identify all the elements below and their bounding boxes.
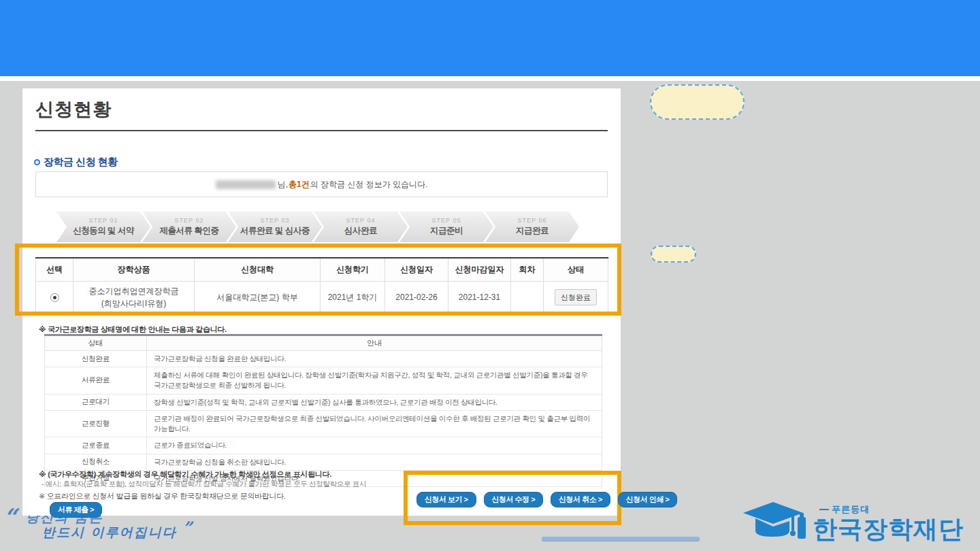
row-deadline-cell: 2021-12-31 — [448, 281, 511, 314]
row-semester-cell: 2021년 1학기 — [321, 281, 385, 314]
section-title: 장학금 신청 현황 — [44, 156, 118, 169]
view-application-button[interactable]: 신청서 보기 > — [416, 492, 476, 507]
graduation-cap-icon — [743, 501, 810, 546]
status-state: 근로종료 — [45, 437, 147, 454]
row-radio-button[interactable] — [50, 293, 59, 302]
row-status-cell: 신청완료 — [544, 281, 608, 314]
col-deadline: 신청마감일자 — [448, 258, 511, 281]
title-rule — [35, 130, 608, 131]
step-6: STEP 06 지급완료 — [485, 212, 579, 242]
row-apply-date-cell: 2021-02-26 — [385, 281, 448, 314]
print-application-button[interactable]: 신청서 인쇄 > — [618, 492, 678, 507]
circle-bullet-icon — [34, 159, 40, 165]
slogan-line2-text: 반드시 이루어집니다 — [42, 524, 177, 539]
logo-title: 한국장학재단 — [813, 516, 964, 543]
status-desc: 근로가 종료되었습니다. — [147, 437, 602, 454]
step-2-num: STEP 02 — [175, 217, 204, 224]
status-guide-note: ※ 국가근로장학금 상태명에 대한 안내는 다음과 같습니다. — [39, 324, 227, 335]
notice-count: 총1건 — [288, 179, 310, 190]
col-product: 장학상품 — [74, 258, 195, 281]
col-round: 회차 — [511, 258, 544, 281]
step-4-num: STEP 04 — [346, 217, 376, 224]
status-guide-col-desc: 안내 — [147, 335, 602, 351]
status-guide-header-row: 상태 안내 — [45, 335, 602, 351]
step-1-num: STEP 01 — [89, 217, 118, 224]
step-1-label: 신청동의 및 서약 — [73, 225, 134, 237]
col-semester: 신청학기 — [321, 258, 385, 281]
status-desc: 근로기관 배정이 완료되어 국가근로장학생으로 최종 선발되었습니다. 사이버오… — [147, 410, 602, 437]
footnote-1: ※ (국가우수장학) 계속장학생의 경우 해당학기 수혜가 가능한 학생만 선정… — [39, 469, 331, 480]
step-3-label: 서류완료 및 심사중 — [240, 225, 310, 237]
redaction-pill-large — [650, 84, 745, 120]
progress-steps: STEP 01 신청동의 및 서약 STEP 02 제출서류 확인중 STEP … — [56, 212, 579, 242]
status-state: 근로진행 — [45, 410, 147, 437]
notice-rest: 의 장학금 신청 정보가 있습니다. — [310, 179, 428, 190]
col-apply-date: 신청일자 — [385, 258, 448, 281]
horizontal-scrollbar-thumb[interactable] — [542, 537, 700, 541]
row-select-cell — [36, 281, 74, 314]
step-4: STEP 04 심사완료 — [314, 212, 408, 242]
application-count-notice: 님, 총1건 의 장학금 신청 정보가 있습니다. — [35, 171, 608, 197]
header-divider — [0, 76, 980, 81]
quote-close-mark: ” — [182, 518, 193, 537]
footnote-2: - 예시: 휴학자(군휴학 포함), 성적미달자 등 해당학기 장학금 수혜가 … — [42, 480, 366, 489]
product-name-line2: (희망사다리Ⅰ유형) — [74, 297, 194, 310]
status-desc: 장학생 선발기준(성적 및 학적, 교내외 근로지별 선발기준) 심사를 통과하… — [147, 394, 602, 410]
redacted-user-name — [216, 180, 276, 189]
submit-documents-button[interactable]: 서류 제출 > — [50, 502, 102, 518]
step-5-num: STEP 05 — [432, 217, 461, 224]
page-title: 신청현황 — [35, 97, 112, 122]
status-guide-table: 상태 안내 신청완료 국가근로장학금 신청을 완료한 상태입니다. 서류완료 제… — [44, 334, 602, 487]
col-status: 상태 — [544, 258, 608, 281]
status-row-5: 근로종료 근로가 종료되었습니다. — [45, 437, 602, 454]
step-5-label: 지급준비 — [430, 225, 463, 237]
status-row-2: 서류완료 제출하신 서류에 대해 확인이 완료된 상태입니다. 장학생 선발기준… — [45, 367, 602, 394]
step-6-num: STEP 06 — [518, 217, 547, 224]
notice-suffix: 님, — [278, 179, 288, 190]
col-university: 신청대학 — [195, 258, 321, 281]
status-state: 근로대기 — [45, 394, 147, 410]
status-state: 신청취소 — [45, 454, 147, 470]
status-state: 서류완료 — [45, 367, 147, 394]
status-badge[interactable]: 신청완료 — [555, 289, 597, 306]
application-table-header-row: 선택 장학상품 신청대학 신청학기 신청일자 신청마감일자 회차 상태 — [36, 258, 608, 281]
step-3-num: STEP 03 — [261, 217, 290, 224]
edit-application-button[interactable]: 신청서 수정 > — [484, 492, 544, 507]
step-1: STEP 01 신청동의 및 서약 — [56, 212, 150, 242]
redaction-pill-small — [651, 246, 696, 263]
cancel-application-button[interactable]: 신청서 취소 > — [551, 492, 610, 507]
row-round-cell — [511, 281, 544, 314]
status-row-1: 신청완료 국가근로장학금 신청을 완료한 상태입니다. — [45, 351, 602, 367]
top-header-band — [0, 0, 980, 76]
logo-text: 푸른등대 한국장학재단 — [813, 503, 964, 543]
section-header: 장학금 신청 현황 — [34, 156, 118, 169]
status-row-4: 근로진행 근로기관 배정이 완료되어 국가근로장학생으로 최종 선발되었습니다.… — [45, 410, 602, 437]
status-desc: 국가근로장학금 신청을 취소한 상태입니다. — [147, 454, 602, 470]
status-row-6: 신청취소 국가근로장학금 신청을 취소한 상태입니다. — [45, 454, 602, 470]
product-name-line1: 중소기업취업연계장학금 — [74, 285, 194, 297]
status-desc: 국가근로장학금 신청을 완료한 상태입니다. — [147, 351, 602, 367]
content-panel: 신청현황 장학금 신청 현황 님, 총1건 의 장학금 신청 정보가 있습니다.… — [22, 88, 621, 516]
col-select: 선택 — [36, 258, 74, 281]
status-row-3: 근로대기 장학생 선발기준(성적 및 학적, 교내외 근로지별 선발기준) 심사… — [45, 394, 602, 410]
slogan-line2: 반드시 이루어집니다 ” — [42, 524, 193, 541]
row-product-cell: 중소기업취업연계장학금 (희망사다리Ⅰ유형) — [74, 281, 195, 314]
status-state: 신청완료 — [45, 351, 147, 367]
status-desc: 제출하신 서류에 대해 확인이 완료된 상태입니다. 장학생 선발기준(학자금 … — [147, 367, 602, 394]
step-5: STEP 05 지급준비 — [399, 212, 493, 242]
step-6-label: 지급완료 — [516, 225, 549, 237]
step-2-label: 제출서류 확인중 — [160, 225, 219, 237]
application-table: 선택 장학상품 신청대학 신청학기 신청일자 신청마감일자 회차 상태 중소기업… — [35, 257, 608, 314]
status-guide-col-state: 상태 — [45, 335, 147, 351]
logo-subtitle: 푸른등대 — [819, 503, 964, 516]
step-4-label: 심사완료 — [344, 225, 377, 237]
step-3: STEP 03 서류완료 및 심사중 — [228, 212, 322, 242]
kosaf-logo: 푸른등대 한국장학재단 — [743, 501, 964, 546]
page: “ 당신의 꿈은 반드시 이루어집니다 ” 신청현황 장학금 신청 현황 님, … — [0, 0, 980, 551]
application-actions: 신청서 보기 > 신청서 수정 > 신청서 취소 > 신청서 인쇄 > — [416, 492, 677, 507]
quote-open-mark: “ — [3, 503, 17, 531]
step-2: STEP 02 제출서류 확인중 — [142, 212, 236, 242]
footnote-3: ※ 오프라인으로 신청서 발급을 원하실 경우 한국장학재단으로 문의바랍니다. — [39, 491, 286, 501]
row-university-cell: 서울대학교(본교) 학부 — [195, 281, 321, 314]
application-row: 중소기업취업연계장학금 (희망사다리Ⅰ유형) 서울대학교(본교) 학부 2021… — [36, 281, 608, 314]
